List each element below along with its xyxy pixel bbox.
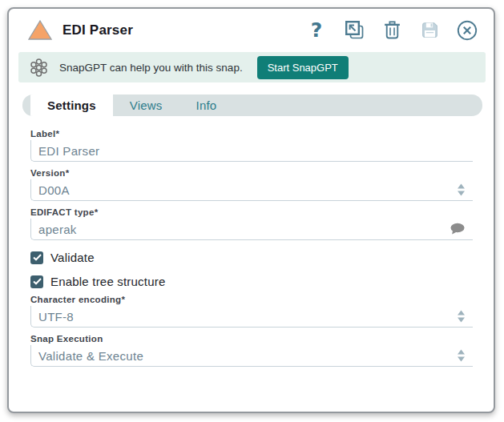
- snap-execution-select-value: Validate & Execute: [38, 349, 143, 363]
- snap-execution-field-label: Snap Execution: [30, 334, 473, 344]
- snap-triangle-icon: [28, 19, 52, 41]
- check-icon: [33, 254, 42, 261]
- settings-form: Label* EDI Parser Version* D00A EDIFACT …: [9, 116, 494, 367]
- close-icon[interactable]: [457, 20, 478, 41]
- label-input[interactable]: EDI Parser: [30, 140, 473, 162]
- validate-checkbox-label: Validate: [50, 251, 95, 264]
- version-spinner-icon[interactable]: [457, 183, 466, 197]
- comment-bubble-icon[interactable]: [450, 223, 466, 235]
- version-select[interactable]: D00A: [30, 179, 473, 201]
- help-icon[interactable]: ?: [306, 20, 327, 41]
- character-encoding-spinner-icon[interactable]: [457, 310, 466, 324]
- snap-execution-select[interactable]: Validate & Execute: [30, 345, 473, 367]
- tab-views[interactable]: Views: [113, 94, 179, 116]
- snapgpt-message: SnapGPT can help you with this snap.: [59, 62, 243, 74]
- character-encoding-field-label: Character encoding*: [30, 295, 473, 304]
- header-toolbar: ?: [306, 20, 478, 41]
- enable-tree-structure-checkbox-label: Enable tree structure: [50, 275, 165, 288]
- version-field-label: Version*: [30, 168, 473, 178]
- snapgpt-banner: SnapGPT can help you with this snap. Sta…: [18, 52, 486, 82]
- label-input-value: EDI Parser: [38, 144, 99, 158]
- edifact-type-field-label: EDIFACT type*: [30, 207, 473, 217]
- save-icon[interactable]: [419, 20, 440, 41]
- edifact-type-input[interactable]: aperak: [30, 219, 473, 240]
- tab-settings[interactable]: Settings: [30, 94, 113, 116]
- edifact-type-input-value: aperak: [38, 223, 77, 236]
- validate-checkbox[interactable]: [30, 251, 43, 264]
- enable-tree-structure-checkbox[interactable]: [30, 275, 43, 288]
- tab-info[interactable]: Info: [179, 94, 234, 116]
- character-encoding-select[interactable]: UTF-8: [30, 306, 473, 328]
- tab-bar: Settings Views Info: [22, 94, 482, 116]
- validate-checkbox-row[interactable]: Validate: [30, 251, 473, 264]
- version-select-value: D00A: [38, 183, 70, 197]
- check-icon: [33, 278, 42, 285]
- snapgpt-icon: [28, 57, 50, 78]
- snap-settings-dialog: EDI Parser ?: [7, 7, 495, 413]
- dialog-title: EDI Parser: [62, 22, 133, 38]
- delete-icon[interactable]: [381, 20, 402, 41]
- dialog-header: EDI Parser ?: [9, 9, 494, 47]
- character-encoding-select-value: UTF-8: [38, 310, 74, 324]
- expand-icon[interactable]: [344, 20, 365, 41]
- enable-tree-structure-checkbox-row[interactable]: Enable tree structure: [30, 275, 473, 288]
- label-field-label: Label*: [30, 129, 473, 139]
- snap-execution-spinner-icon[interactable]: [457, 349, 466, 363]
- start-snapgpt-button[interactable]: Start SnapGPT: [257, 56, 349, 79]
